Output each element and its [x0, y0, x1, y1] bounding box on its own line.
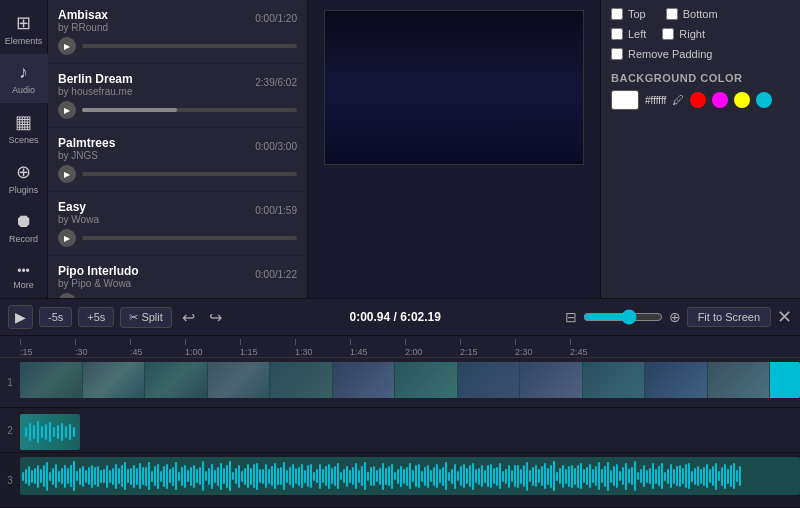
waveform-bar	[655, 469, 657, 484]
audio-small-track-content[interactable]	[20, 408, 800, 452]
audio-progress-bar-2[interactable]	[82, 172, 297, 176]
sidebar-item-audio-label: Audio	[12, 85, 35, 95]
waveform-bar	[310, 464, 312, 488]
waveform-bar	[46, 462, 48, 491]
waveform-bar	[556, 472, 558, 481]
waveform-bar	[688, 463, 690, 489]
audio-play-btn-3[interactable]: ▶	[58, 229, 76, 247]
undo-button[interactable]: ↩	[178, 306, 199, 329]
waveform-bar	[82, 466, 84, 487]
sidebar-item-record[interactable]: ⏺ Record	[0, 203, 48, 252]
play-button[interactable]: ▶	[8, 305, 33, 329]
svg-rect-12	[73, 427, 75, 437]
waveform-bar	[328, 464, 330, 489]
sidebar-item-audio[interactable]: ♪ Audio	[0, 54, 48, 103]
waveform-bar	[226, 465, 228, 488]
eyedropper-icon[interactable]: 🖊	[672, 93, 684, 107]
waveform-bar	[232, 472, 234, 480]
video-canvas	[324, 10, 584, 165]
waveform-bar	[79, 468, 81, 485]
waveform-bar	[268, 469, 270, 484]
zoom-slider[interactable]	[583, 309, 663, 325]
remove-padding-checkbox[interactable]	[611, 48, 623, 60]
waveform-bar	[169, 469, 171, 483]
zoom-out-icon[interactable]: ⊟	[565, 309, 577, 325]
waveform-bar	[541, 466, 543, 486]
waveform-bar	[292, 464, 294, 488]
waveform-bar	[58, 471, 60, 482]
audio-progress-bar-0[interactable]	[82, 44, 297, 48]
waveform-bar	[601, 469, 603, 483]
color-dot-red[interactable]	[690, 92, 706, 108]
waveform-bar	[76, 471, 78, 481]
audio-play-btn-1[interactable]: ▶	[58, 101, 76, 119]
waveform-bar	[517, 465, 519, 488]
waveform-bar	[391, 464, 393, 489]
sidebar-item-scenes[interactable]: ▦ Scenes	[0, 103, 48, 153]
video-track-strip	[20, 362, 770, 398]
waveform-bar	[142, 467, 144, 485]
waveform-bar	[574, 468, 576, 485]
zoom-in-icon[interactable]: ⊕	[669, 309, 681, 325]
waveform-track-row: 3 // Will be generated via inline style	[0, 453, 800, 508]
bottom-checkbox-row: Bottom	[666, 8, 718, 20]
track-number-1: 1	[0, 377, 20, 388]
video-track-content[interactable]	[20, 358, 800, 407]
fit-to-screen-button[interactable]: Fit to Screen	[687, 307, 771, 327]
waveform-bar	[238, 465, 240, 488]
ruler-mark-9: 2:30	[515, 339, 570, 357]
right-checkbox[interactable]	[662, 28, 674, 40]
waveform-bar	[514, 465, 516, 487]
waveform-bar	[709, 469, 711, 483]
background-color-label: BACKGROUND COLOR	[611, 72, 790, 84]
waveform-bar	[229, 461, 231, 491]
close-timeline-button[interactable]: ✕	[777, 306, 792, 328]
audio-play-btn-2[interactable]: ▶	[58, 165, 76, 183]
waveform-bar	[622, 467, 624, 485]
waveform-bar	[661, 463, 663, 489]
audio-track-duration: 0:00/1:22	[255, 269, 297, 280]
waveform-bar	[487, 465, 489, 487]
sidebar-item-plugins[interactable]: ⊕ Plugins	[0, 153, 48, 203]
ruler-mark-1: :30	[75, 339, 130, 357]
background-color-section: BACKGROUND COLOR #ffffff 🖊	[611, 72, 790, 110]
ruler-mark-0: :15	[20, 339, 75, 357]
ruler-mark-3: 1:00	[185, 339, 240, 357]
padding-options-section: Top Bottom Left Right Remove	[611, 8, 790, 60]
waveform-bar	[607, 462, 609, 491]
audio-progress-bar-1[interactable]	[82, 108, 297, 112]
track-number-3: 3	[0, 475, 20, 486]
top-checkbox[interactable]	[611, 8, 623, 20]
svg-rect-11	[69, 424, 71, 440]
waveform-bar	[331, 468, 333, 484]
color-dot-cyan[interactable]	[756, 92, 772, 108]
time-display: 0:00.94 / 6:02.19	[232, 310, 559, 324]
waveform-bar	[346, 466, 348, 487]
redo-button[interactable]: ↪	[205, 306, 226, 329]
waveform-bar	[298, 467, 300, 486]
bottom-checkbox[interactable]	[666, 8, 678, 20]
waveform-bar	[631, 467, 633, 485]
left-label: Left	[628, 28, 646, 40]
time-current: 0:00.94	[350, 310, 391, 324]
sidebar-item-more[interactable]: ••• More	[0, 256, 48, 298]
waveform-bar	[70, 465, 72, 487]
color-swatch-white[interactable]	[611, 90, 639, 110]
color-dot-magenta[interactable]	[712, 92, 728, 108]
split-button[interactable]: ✂ Split	[120, 307, 171, 328]
audio-progress-bar-3[interactable]	[82, 236, 297, 240]
skip-back-button[interactable]: -5s	[39, 307, 72, 327]
waveform-bar	[670, 464, 672, 488]
left-checkbox[interactable]	[611, 28, 623, 40]
audio-track-duration: 0:00/1:20	[255, 13, 297, 24]
skip-forward-button[interactable]: +5s	[78, 307, 114, 327]
waveform-track-content[interactable]: // Will be generated via inline style	[20, 453, 800, 507]
waveform-bar	[37, 465, 39, 488]
waveform-bar	[640, 469, 642, 483]
waveform-bar	[406, 467, 408, 486]
audio-play-btn-0[interactable]: ▶	[58, 37, 76, 55]
waveform-bar	[100, 470, 102, 483]
color-dot-yellow[interactable]	[734, 92, 750, 108]
waveform-bar	[250, 468, 252, 485]
sidebar-item-elements[interactable]: ⊞ Elements	[0, 4, 48, 54]
